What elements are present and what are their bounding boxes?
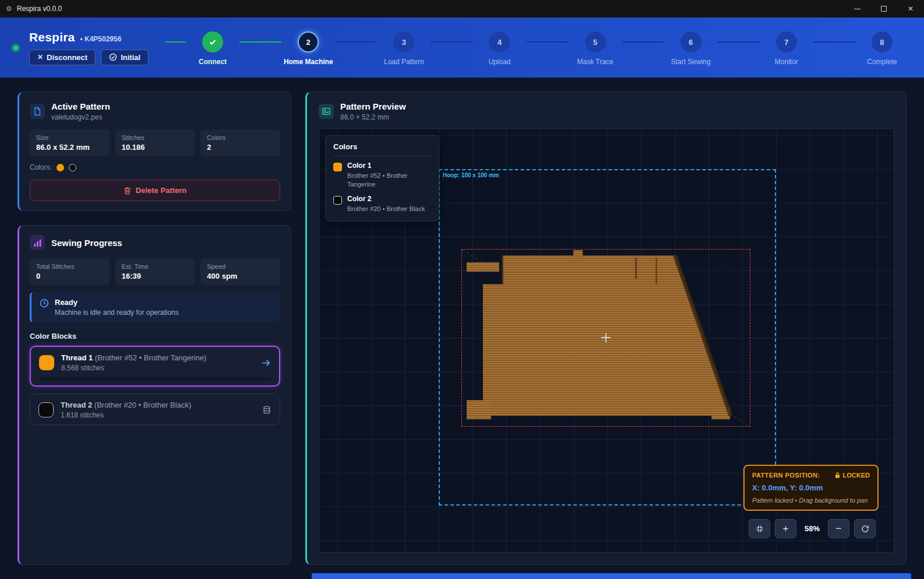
step-check-icon	[202, 31, 223, 52]
pan-hint: Pattern locked • Drag background to pan	[752, 497, 870, 504]
step-load-pattern[interactable]: 3 Load Pattern	[377, 31, 431, 66]
step-connector	[335, 41, 377, 43]
status-text: Machine is idle and ready for operations	[55, 308, 179, 317]
app-name: Respira	[29, 30, 75, 44]
step-connector	[622, 41, 664, 43]
thread-block-1[interactable]: Thread 1 (Brother #52 • Brother Tangerin…	[30, 346, 280, 387]
plus-icon: +	[783, 523, 789, 535]
arrow-right-icon	[261, 359, 271, 367]
pattern-dimensions: 86.0 × 52.2 mm	[340, 113, 406, 121]
legend-swatch	[333, 163, 342, 171]
close-button[interactable]: ✕	[897, 0, 924, 17]
pattern-preview-card: Pattern Preview 86.0 × 52.2 mm Colors Co…	[305, 92, 907, 565]
step-home-machine[interactable]: 2 Home Machine	[281, 31, 335, 66]
window-title: Respira v0.0.0	[17, 5, 62, 13]
footer-progress-strip	[312, 573, 911, 579]
window-titlebar: ⚙ Respira v0.0.0 ✕	[0, 0, 924, 17]
image-icon	[319, 104, 334, 119]
stat-size: Size 86.0 x 52.2 mm	[30, 129, 110, 156]
step-connector	[431, 41, 472, 43]
step-connector	[239, 41, 281, 43]
delete-pattern-button[interactable]: Delete Pattern	[30, 180, 280, 201]
pattern-position-overlay: PATTERN POSITION: LOCKED X: 0.0mm, Y: 0.…	[743, 465, 879, 511]
left-column: Active Pattern valetudogv2.pes Size 86.0…	[17, 92, 291, 565]
stat-speed: Speed 400 spm	[200, 258, 280, 285]
zoom-controls: + 58% −	[749, 519, 876, 538]
step-connector	[165, 41, 186, 43]
workflow-stepper: Connect 2 Home Machine 3 Load Pattern 4 …	[165, 29, 909, 66]
pattern-coords: X: 0.0mm, Y: 0.0mm	[752, 483, 870, 492]
fit-view-button[interactable]	[749, 519, 770, 538]
step-connector	[718, 41, 760, 43]
card-title: Sewing Progress	[51, 238, 122, 248]
colors-legend-panel: Colors Color 1 Brother #52 • Brother Tan…	[325, 135, 439, 222]
document-icon	[30, 104, 45, 119]
stat-stitches: Stitches 10.186	[115, 129, 195, 156]
pattern-bounds[interactable]	[461, 249, 750, 427]
thread-block-2[interactable]: Thread 2 (Brother #20 • Brother Black) 1…	[30, 394, 280, 425]
pattern-colors-row: Colors:	[30, 163, 280, 171]
stat-total-stitches: Total Stitches 0	[30, 258, 110, 285]
close-icon: ✕	[908, 5, 914, 13]
thread-swatch	[39, 355, 54, 370]
disconnect-x-icon: ✕	[37, 53, 43, 61]
zoom-level: 58%	[801, 524, 823, 533]
color-dot-2	[69, 164, 76, 171]
preview-canvas[interactable]: Colors Color 1 Brother #52 • Brother Tan…	[319, 128, 894, 553]
stitch-render	[462, 250, 750, 426]
status-title: Ready	[55, 298, 179, 307]
maximize-button[interactable]	[870, 0, 897, 17]
step-connect[interactable]: Connect	[186, 31, 239, 66]
step-monitor[interactable]: 7 Monitor	[760, 31, 813, 66]
fit-view-icon	[756, 525, 764, 533]
legend-swatch	[333, 196, 342, 205]
check-circle-icon	[109, 53, 117, 61]
color-dot-1	[57, 164, 64, 171]
card-title: Active Pattern	[51, 101, 110, 111]
step-start-sewing[interactable]: 6 Start Sewing	[664, 31, 718, 66]
app-header: Respira • K4P502956 ✕ Disconnect Initial…	[0, 17, 924, 78]
minimize-button[interactable]	[844, 0, 870, 17]
step-connector	[526, 41, 568, 43]
main-content: Active Pattern valetudogv2.pes Size 86.0…	[0, 78, 924, 573]
color-blocks-heading: Color Blocks	[30, 332, 280, 341]
step-mask-trace[interactable]: 5 Mask Trace	[569, 31, 622, 66]
sewing-progress-card: Sewing Progress Total Stitches 0 Est. Ti…	[17, 225, 291, 565]
minus-icon: −	[836, 523, 842, 535]
connection-status-dot	[13, 45, 19, 51]
app-icon: ⚙	[6, 5, 12, 13]
minimize-icon	[854, 9, 860, 9]
step-complete[interactable]: 8 Complete	[855, 31, 909, 66]
clock-icon	[40, 299, 49, 317]
locked-badge: LOCKED	[834, 472, 870, 479]
hoop-label: Hoop: 100 x 100 mm	[443, 172, 499, 178]
step-upload[interactable]: 4 Upload	[472, 31, 526, 66]
initial-button[interactable]: Initial	[101, 50, 149, 65]
stat-colors: Colors 2	[200, 129, 280, 156]
thread-progress-bar	[39, 378, 271, 380]
card-title: Pattern Preview	[340, 101, 406, 111]
right-column: Pattern Preview 86.0 × 52.2 mm Colors Co…	[305, 92, 907, 565]
zoom-in-button[interactable]: +	[775, 519, 796, 538]
thread-swatch	[38, 402, 54, 417]
stack-icon	[262, 405, 271, 415]
pattern-filename: valetudogv2.pes	[51, 113, 110, 121]
legend-color-1: Color 1 Brother #52 • Brother Tangerine	[333, 162, 431, 189]
refresh-icon	[861, 525, 869, 533]
reset-view-button[interactable]	[854, 519, 876, 538]
legend-color-2: Color 2 Brother #20 • Brother Black	[333, 195, 431, 213]
header-left: Respira • K4P502956 ✕ Disconnect Initial	[29, 30, 149, 65]
stat-est-time: Est. Time 16:39	[115, 258, 195, 285]
zoom-out-button[interactable]: −	[828, 519, 849, 538]
bar-chart-icon	[30, 235, 45, 250]
machine-status-box: Ready Machine is idle and ready for oper…	[30, 292, 280, 322]
step-connector	[813, 41, 855, 43]
maximize-icon	[881, 6, 887, 12]
trash-icon	[124, 187, 131, 195]
active-pattern-card: Active Pattern valetudogv2.pes Size 86.0…	[17, 92, 291, 211]
disconnect-button[interactable]: ✕ Disconnect	[29, 50, 96, 65]
machine-serial: K4P502956	[84, 35, 121, 43]
lock-icon	[834, 472, 841, 479]
